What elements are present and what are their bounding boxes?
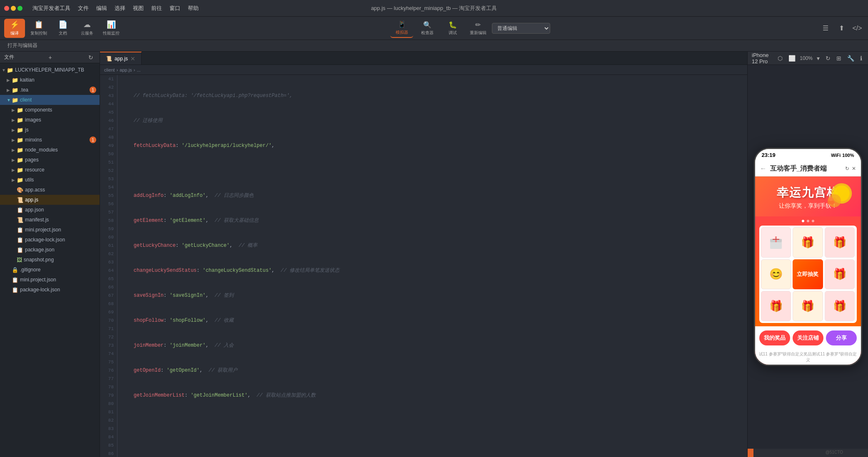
file-panel-add-btn[interactable]: + bbox=[46, 53, 55, 62]
preview-collapse-btn[interactable]: ⬜ bbox=[787, 54, 797, 62]
components-icon: 📁 bbox=[17, 107, 23, 113]
tree-pages[interactable]: ▶ 📁 pages bbox=[0, 155, 100, 165]
tree-app-acss[interactable]: ▶ 🎨 app.acss bbox=[0, 185, 100, 195]
toolbar-upload-btn[interactable]: ⬆ bbox=[835, 22, 848, 35]
toolbar-compile-btn[interactable]: ⚡ 编译 bbox=[4, 19, 25, 38]
resource-icon: 📁 bbox=[17, 167, 23, 173]
tree-app-json[interactable]: ▶ 📋 app.json bbox=[0, 205, 100, 215]
preview-devtools-btn[interactable]: 🔧 bbox=[846, 54, 856, 62]
minimize-button[interactable] bbox=[11, 6, 16, 11]
editor-tab-app-js[interactable]: 📜 app.js ✕ bbox=[100, 52, 142, 65]
toolbar-file-btn[interactable]: 📄 文档 bbox=[52, 19, 73, 38]
preview-info-btn[interactable]: ℹ bbox=[858, 54, 864, 62]
app-acss-label: app.acss bbox=[25, 187, 45, 193]
grid-cell-center[interactable]: 立即抽奖 bbox=[793, 259, 823, 290]
preview-zoom-down-btn[interactable]: ▾ bbox=[815, 54, 821, 62]
breadcrumb-client[interactable]: client bbox=[104, 67, 115, 72]
phone-back-btn[interactable]: ← bbox=[760, 165, 767, 172]
tree-node-modules[interactable]: ▶ 📁 node_modules bbox=[0, 145, 100, 155]
tree-app-js[interactable]: ▶ 📜 app.js bbox=[0, 195, 100, 205]
file-tree: ▼ 📁 LUCKYHELPER_MINIAPP_TB ▶ 📁 kaitian ▶… bbox=[0, 63, 100, 457]
file-panel-refresh-btn[interactable]: ↻ bbox=[86, 53, 95, 62]
phone-buttons-row: 我的奖品 关注店铺 分享 bbox=[755, 326, 861, 350]
menu-select[interactable]: 选择 bbox=[111, 3, 129, 14]
code-editor[interactable]: 41 42 43 44 45 46 47 48 49 50 51 52 53 5… bbox=[100, 75, 747, 457]
tree-root[interactable]: ▼ 📁 LUCKYHELPER_MINIAPP_TB bbox=[0, 65, 100, 75]
prize-btn[interactable]: 我的奖品 bbox=[759, 330, 790, 345]
pkg-json-icon: 📋 bbox=[17, 247, 23, 253]
toolbar-reeditor-btn[interactable]: ✏ 重新编辑 bbox=[466, 19, 489, 38]
phone-nav-close-btn[interactable]: ✕ bbox=[852, 166, 856, 171]
tree-resource[interactable]: ▶ 📁 resource bbox=[0, 165, 100, 175]
breadcrumb-appjs[interactable]: app.js bbox=[120, 67, 132, 72]
grid-cell-2[interactable]: 🎁 bbox=[825, 227, 855, 258]
tree-gitignore[interactable]: ▶ 🔒 .gitignore bbox=[0, 265, 100, 275]
grid-cell-1[interactable]: 🎁 bbox=[793, 227, 823, 258]
menu-file[interactable]: 文件 bbox=[75, 3, 92, 14]
app-json-label: app.json bbox=[25, 207, 44, 213]
code-content[interactable]: // fetchLuckyData: '/fetchLuckyapi.php?r… bbox=[117, 75, 747, 457]
tree-mini-project[interactable]: ▶ 📋 mini.project.json bbox=[0, 225, 100, 235]
grid-cell-3[interactable]: 😊 bbox=[761, 259, 791, 290]
maximize-button[interactable] bbox=[17, 6, 22, 11]
mini-project-root-icon: 📋 bbox=[12, 277, 18, 283]
close-button[interactable] bbox=[4, 6, 9, 11]
kaitian-arrow: ▶ bbox=[7, 78, 12, 82]
toolbar-simulator-btn[interactable]: 📱 模拟器 bbox=[390, 19, 413, 38]
lucky-grid: 🎁 🎁 😊 立即抽奖 bbox=[759, 226, 857, 323]
tree-kaitian[interactable]: ▶ 📁 kaitian bbox=[0, 75, 100, 85]
phone-nav-refresh-btn[interactable]: ↻ bbox=[845, 166, 849, 171]
preview-refresh-btn[interactable]: ↻ bbox=[824, 54, 832, 62]
grid-cell-5[interactable]: 🎁 bbox=[825, 259, 855, 290]
toolbar-copy-btn[interactable]: 📋 复制控制 bbox=[28, 19, 49, 38]
menu-edit[interactable]: 编辑 bbox=[93, 3, 110, 14]
svg-rect-8 bbox=[773, 239, 779, 240]
tree-pkg-lock-root[interactable]: ▶ 📋 package-lock.json bbox=[0, 285, 100, 295]
grid-cell-8[interactable]: 🎁 bbox=[825, 291, 855, 321]
menu-help[interactable]: 帮助 bbox=[185, 3, 202, 14]
menu-view[interactable]: 视图 bbox=[130, 3, 147, 14]
toolbar-code-btn[interactable]: </> bbox=[851, 22, 864, 35]
main-layout: 文件 + ↻ ▼ 📁 LUCKYHELPER_MINIAPP_TB ▶ 📁 ka… bbox=[0, 52, 868, 457]
preview-grid-btn[interactable]: ⊞ bbox=[835, 54, 843, 62]
menu-goto[interactable]: 前往 bbox=[148, 3, 165, 14]
toolbar-inspector-btn[interactable]: 🔍 检查器 bbox=[416, 19, 439, 38]
tree-components[interactable]: ▶ 📁 components bbox=[0, 105, 100, 115]
tree-mini-project-root[interactable]: ▶ 📋 mini.project.json bbox=[0, 275, 100, 285]
tree-images[interactable]: ▶ 📁 images bbox=[0, 115, 100, 125]
toolbar-cloud-btn[interactable]: ☁ 云服务 bbox=[77, 19, 97, 38]
follow-btn[interactable]: 关注店铺 bbox=[793, 330, 823, 345]
secondary-toolbar: 打开与编辑器 bbox=[0, 40, 868, 52]
js-icon: 📁 bbox=[17, 127, 23, 133]
tree-tea[interactable]: ▶ 📁 .tea 1 bbox=[0, 85, 100, 95]
grid-cell-7[interactable]: 🎁 bbox=[793, 291, 823, 321]
menu-window[interactable]: 窗口 bbox=[166, 3, 184, 14]
tree-pkg-json[interactable]: ▶ 📋 package.json bbox=[0, 245, 100, 255]
tab-close-btn[interactable]: ✕ bbox=[130, 55, 135, 62]
menu-app[interactable]: 淘宝开发者工具 bbox=[29, 3, 74, 14]
tree-manifest-js[interactable]: ▶ 📜 manifest.js bbox=[0, 215, 100, 225]
grid-cell-6[interactable]: 🎁 bbox=[761, 291, 791, 321]
toolbar-debug-btn[interactable]: 🐛 调试 bbox=[441, 19, 464, 38]
toolbar-perf-btn[interactable]: 📊 性能监控 bbox=[101, 19, 122, 38]
menu-bar: 淘宝开发者工具 文件 编辑 选择 视图 前往 窗口 帮助 bbox=[29, 3, 202, 14]
gitignore-icon: 🔒 bbox=[12, 267, 18, 273]
grid-cell-0[interactable] bbox=[761, 227, 791, 258]
tree-pkg-lock[interactable]: ▶ 📋 package-lock.json bbox=[0, 235, 100, 245]
tree-client[interactable]: ▼ 📁 client bbox=[0, 95, 100, 105]
preview-expand-btn[interactable]: ⬡ bbox=[776, 54, 784, 62]
editor-mode-select[interactable]: 普通编辑 代码模式 bbox=[492, 23, 550, 34]
breadcrumb-more[interactable]: ... bbox=[137, 67, 140, 72]
tree-snapshot[interactable]: ▶ 🖼 snapshot.png bbox=[0, 255, 100, 265]
pkg-lock-label: package-lock.json bbox=[25, 237, 65, 243]
open-editor-btn[interactable]: 打开与编辑器 bbox=[4, 41, 41, 50]
tree-js[interactable]: ▶ 📁 js bbox=[0, 125, 100, 135]
grid-section: 🎁 🎁 😊 立即抽奖 bbox=[755, 216, 861, 326]
share-btn[interactable]: 分享 bbox=[826, 330, 857, 345]
minxins-label: minxins bbox=[25, 137, 42, 143]
tree-minxins[interactable]: ▶ 📁 minxins 1 bbox=[0, 135, 100, 145]
compile-label: 编译 bbox=[10, 30, 19, 36]
toolbar-menu-btn[interactable]: ☰ bbox=[819, 22, 832, 35]
tea-arrow: ▶ bbox=[7, 88, 12, 92]
tree-utils[interactable]: ▶ 📁 utils bbox=[0, 175, 100, 185]
